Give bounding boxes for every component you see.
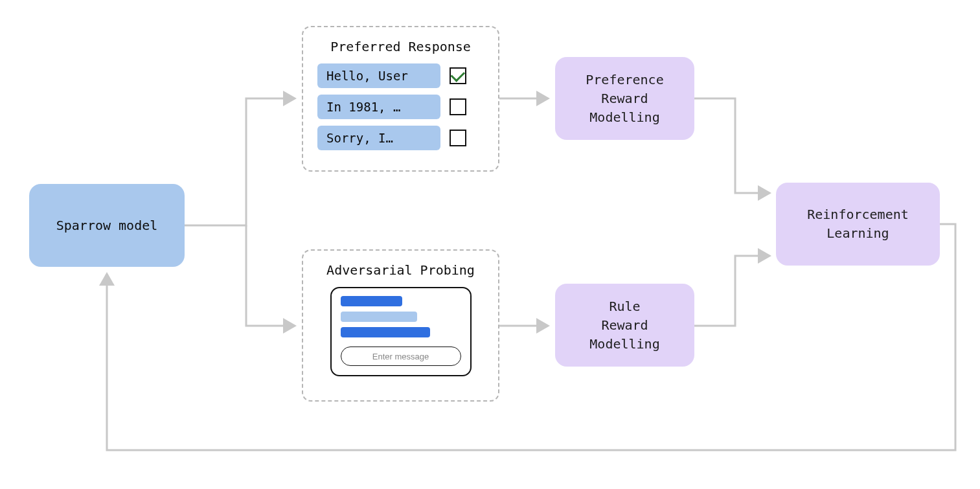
- checkbox-icon: [450, 130, 466, 146]
- node-rule-reward-modelling: Rule Reward Modelling: [555, 284, 694, 367]
- checkbox-icon: [450, 98, 466, 115]
- node-reinforcement-learning: Reinforcement Learning: [776, 183, 940, 266]
- chat-window-mock: Enter message: [330, 287, 472, 376]
- response-option-row: Sorry, I…: [317, 126, 484, 150]
- node-preference-reward-modelling: Preference Reward Modelling: [555, 57, 694, 140]
- arrow-icon: [694, 98, 769, 193]
- chat-message-bar-icon: [341, 327, 430, 337]
- diagram-canvas: Sparrow model Preferred Response Hello, …: [0, 0, 980, 489]
- node-pref-reward-label: Preference Reward Modelling: [586, 71, 663, 127]
- preferred-response-title: Preferred Response: [317, 39, 484, 54]
- node-sparrow-label: Sparrow model: [56, 216, 158, 235]
- response-option-row: In 1981, …: [317, 95, 484, 119]
- adversarial-probing-title: Adversarial Probing: [317, 262, 484, 278]
- response-option-row: Hello, User: [317, 63, 484, 88]
- chat-input-placeholder: Enter message: [341, 347, 461, 366]
- node-sparrow-model: Sparrow model: [29, 184, 185, 267]
- response-option-label: Hello, User: [317, 63, 440, 88]
- chat-message-bar-icon: [341, 296, 402, 306]
- node-rule-reward-label: Rule Reward Modelling: [589, 297, 659, 354]
- arrow-icon: [694, 256, 769, 326]
- checkbox-icon: [450, 67, 466, 84]
- arrow-icon: [246, 225, 295, 326]
- panel-preferred-response: Preferred Response Hello, User In 1981, …: [302, 26, 499, 172]
- panel-adversarial-probing: Adversarial Probing Enter message: [302, 249, 499, 402]
- response-option-label: Sorry, I…: [317, 126, 440, 150]
- chat-message-bar-icon: [341, 312, 417, 322]
- response-option-label: In 1981, …: [317, 95, 440, 119]
- node-rl-label: Reinforcement Learning: [807, 205, 909, 243]
- arrow-icon: [185, 98, 295, 225]
- chat-input-placeholder-text: Enter message: [372, 352, 429, 361]
